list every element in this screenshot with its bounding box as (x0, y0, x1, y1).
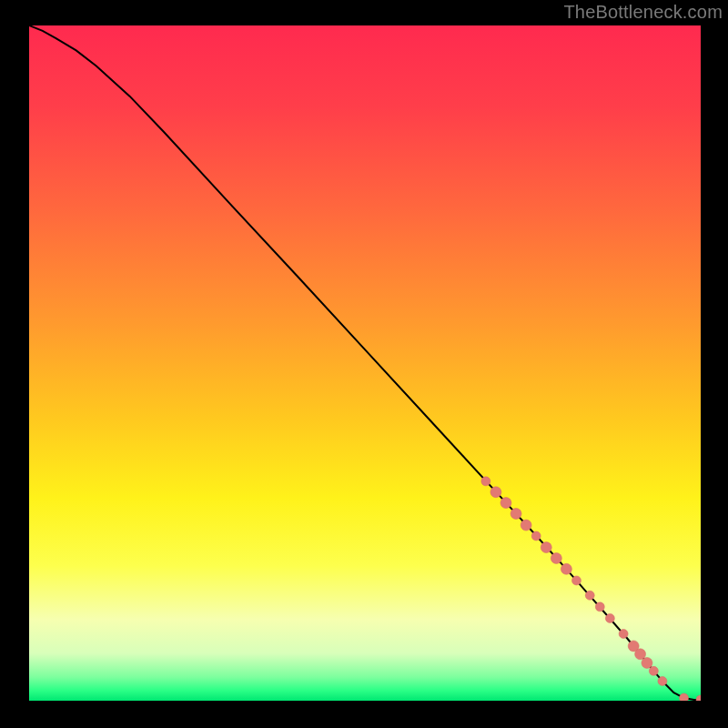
attribution-label: TheBottleneck.com (563, 2, 723, 23)
data-marker (531, 531, 541, 541)
data-marker (585, 591, 594, 600)
data-marker (595, 602, 604, 612)
data-marker (642, 657, 652, 668)
data-marker (521, 520, 531, 531)
chart-svg (29, 25, 701, 701)
chart-frame: TheBottleneck.com (0, 0, 728, 728)
data-marker (571, 576, 581, 585)
data-marker (490, 487, 501, 498)
data-marker (649, 666, 658, 675)
data-marker (635, 649, 646, 660)
data-marker (619, 630, 628, 639)
data-marker (658, 676, 667, 685)
data-marker (680, 693, 689, 701)
data-marker (605, 613, 614, 622)
data-marker (541, 542, 551, 553)
data-marker (511, 508, 521, 519)
data-marker (481, 477, 490, 486)
gradient-background (29, 25, 701, 701)
data-marker (500, 498, 511, 509)
data-marker (551, 552, 561, 563)
plot-area (29, 25, 701, 701)
data-marker (561, 563, 571, 574)
